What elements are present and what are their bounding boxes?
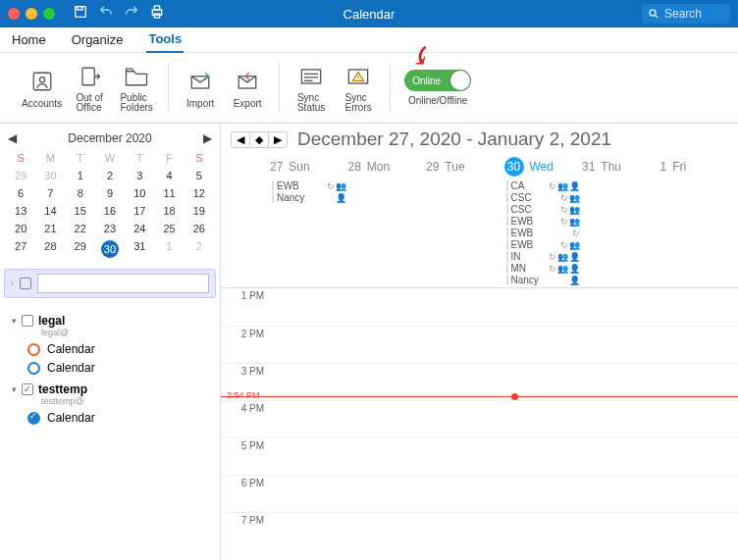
mini-day[interactable]: 13: [6, 202, 35, 220]
next-week-icon[interactable]: ▶: [269, 132, 287, 147]
expand-icon[interactable]: ›: [11, 279, 14, 288]
allday-column: EWB↻👥Nancy👤: [270, 178, 348, 287]
allday-event[interactable]: CA↻👥👤: [504, 180, 583, 191]
mini-day[interactable]: 5: [184, 167, 214, 184]
hour-row[interactable]: 6 PM: [221, 475, 738, 512]
mini-day[interactable]: 23: [95, 220, 125, 237]
calendar-item[interactable]: Calendar: [27, 342, 212, 356]
allday-event[interactable]: EWB↻: [504, 228, 583, 238]
account-row[interactable]: ▾legal: [12, 314, 212, 328]
mini-day[interactable]: 11: [154, 184, 184, 202]
hour-row[interactable]: 1 PM: [221, 288, 738, 326]
mini-day[interactable]: 14: [35, 202, 65, 220]
allday-event[interactable]: EWB↻👥: [504, 239, 583, 250]
import-button[interactable]: Import: [181, 68, 220, 109]
mini-day[interactable]: 10: [125, 184, 154, 202]
mini-day[interactable]: 2: [184, 237, 214, 261]
mini-day[interactable]: 24: [125, 220, 154, 237]
account-checkbox[interactable]: ✓: [22, 383, 33, 395]
accounts-button[interactable]: Accounts: [22, 68, 62, 109]
mini-day[interactable]: 22: [66, 220, 95, 237]
mini-day[interactable]: 1: [66, 167, 95, 184]
day-header[interactable]: 30Wed: [504, 157, 583, 177]
time-grid[interactable]: 1 PM2 PM3 PM4 PM5 PM6 PM7 PM3:54 PM: [221, 288, 738, 549]
close-window[interactable]: [8, 8, 20, 20]
redo-icon[interactable]: [124, 4, 139, 24]
mini-day[interactable]: 29: [6, 167, 35, 184]
day-header[interactable]: 1Fri: [660, 160, 739, 174]
hour-row[interactable]: 3 PM: [221, 363, 738, 400]
chevron-down-icon[interactable]: ▾: [12, 384, 17, 394]
mini-day[interactable]: 6: [6, 184, 35, 202]
mini-day[interactable]: 25: [154, 220, 184, 237]
day-header[interactable]: 29Tue: [426, 160, 504, 174]
zoom-window[interactable]: [43, 8, 55, 20]
mini-day[interactable]: 20: [6, 220, 35, 237]
allday-event[interactable]: CSC↻👥: [504, 204, 583, 215]
day-header[interactable]: 28Mon: [348, 160, 427, 174]
minimize-window[interactable]: [26, 8, 37, 20]
prev-week-icon[interactable]: ◀: [232, 132, 250, 147]
tab-organize[interactable]: Organize: [70, 27, 126, 53]
date-nav[interactable]: ◀ ◆ ▶: [231, 131, 288, 148]
mini-day[interactable]: 17: [125, 202, 154, 220]
tab-tools[interactable]: Tools: [146, 27, 184, 53]
mini-day[interactable]: 12: [184, 184, 214, 202]
online-toggle[interactable]: Online: [404, 70, 471, 91]
mini-day[interactable]: 18: [154, 202, 184, 220]
hour-label: 4 PM: [221, 401, 270, 437]
calendar-item[interactable]: Calendar: [27, 411, 212, 425]
allday-event[interactable]: EWB↻👥: [270, 180, 348, 191]
today-icon[interactable]: ◆: [250, 132, 269, 147]
mini-day[interactable]: 2: [95, 167, 125, 184]
hour-row[interactable]: 4 PM: [221, 400, 738, 437]
allday-event[interactable]: Nancy👤: [270, 192, 348, 203]
mini-day[interactable]: 1: [154, 237, 184, 261]
mini-day[interactable]: 7: [35, 184, 65, 202]
day-header[interactable]: 31Thu: [582, 160, 660, 174]
export-button[interactable]: Export: [228, 68, 267, 109]
chevron-down-icon[interactable]: ▾: [12, 316, 17, 326]
day-header[interactable]: 27Sun: [270, 160, 348, 174]
calendar-item[interactable]: Calendar: [27, 361, 212, 375]
mini-day[interactable]: 27: [6, 237, 35, 261]
mini-day[interactable]: 9: [95, 184, 125, 202]
mini-day[interactable]: 4: [154, 167, 184, 184]
mini-day[interactable]: 30: [95, 237, 125, 261]
tab-home[interactable]: Home: [10, 27, 48, 53]
mini-day[interactable]: 31: [125, 237, 154, 261]
account-checkbox[interactable]: [22, 315, 33, 327]
mini-day[interactable]: 16: [95, 202, 125, 220]
mini-day[interactable]: 30: [35, 167, 65, 184]
allday-event[interactable]: Nancy👤: [504, 275, 583, 285]
mini-day[interactable]: 15: [66, 202, 95, 220]
account-row[interactable]: ▾✓testtemp: [12, 382, 212, 396]
print-icon[interactable]: [149, 4, 165, 24]
sync-status-button[interactable]: Sync Status: [291, 63, 331, 113]
search-box[interactable]: Search: [642, 4, 730, 24]
prev-month-icon[interactable]: ◀: [8, 131, 17, 145]
allday-event[interactable]: IN↻👥👤: [504, 251, 583, 262]
next-month-icon[interactable]: ▶: [203, 131, 212, 145]
undo-icon[interactable]: [98, 4, 114, 24]
hour-row[interactable]: 7 PM: [221, 512, 738, 549]
mini-day[interactable]: 19: [184, 202, 214, 220]
sync-errors-button[interactable]: Sync Errors: [339, 63, 378, 113]
mini-day[interactable]: 3: [125, 167, 154, 184]
mini-day[interactable]: 21: [35, 220, 65, 237]
allday-event[interactable]: EWB↻👥: [504, 216, 583, 227]
hour-row[interactable]: 5 PM: [221, 437, 738, 475]
mini-day[interactable]: 28: [35, 237, 65, 261]
mini-day[interactable]: 26: [184, 220, 214, 237]
allday-event[interactable]: MN↻👥👤: [504, 263, 583, 274]
allday-event[interactable]: CSC↻👥: [504, 192, 583, 203]
mini-day[interactable]: 8: [66, 184, 95, 202]
save-icon[interactable]: [73, 4, 88, 24]
hour-row[interactable]: 2 PM: [221, 326, 738, 363]
recur-icon: ↻: [560, 217, 568, 227]
public-folders-button[interactable]: Public Folders: [117, 63, 156, 113]
strip-checkbox[interactable]: [20, 278, 31, 289]
out-of-office-button[interactable]: Out of Office: [70, 63, 109, 113]
mini-day[interactable]: 29: [66, 237, 95, 261]
account-input[interactable]: [37, 274, 209, 293]
